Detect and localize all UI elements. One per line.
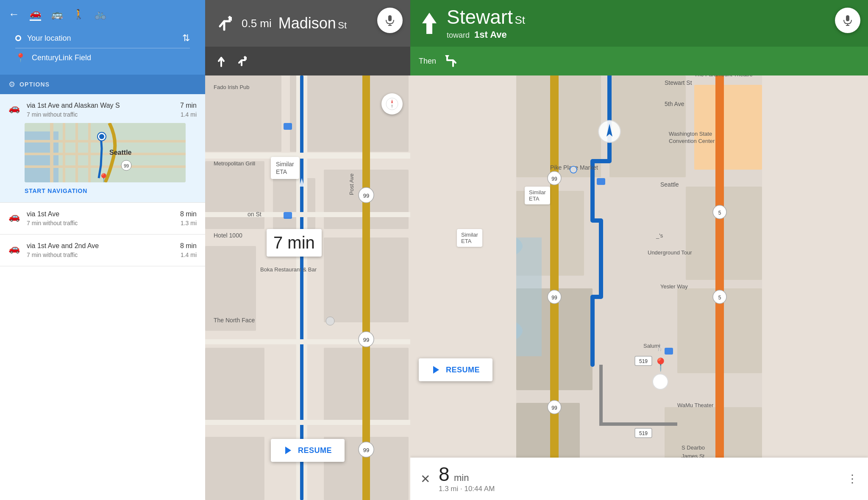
then-label-right: Then	[419, 57, 436, 66]
svg-rect-33	[205, 420, 410, 425]
route-header-3: 🚗 via 1st Ave and 2nd Ave 8 min 7 min wi…	[8, 242, 197, 258]
then-turn-left-icon	[441, 53, 458, 70]
svg-rect-8	[25, 165, 186, 168]
svg-rect-25	[205, 437, 264, 500]
svg-marker-112	[433, 366, 439, 374]
street-name-mid: Madison	[278, 14, 336, 32]
turn-distance: 0.5 mi	[242, 17, 272, 30]
resume-button-right[interactable]: RESUME	[419, 358, 492, 381]
svg-point-71	[653, 374, 668, 389]
svg-text:The North Face: The North Face	[214, 317, 255, 324]
svg-text:Hotel 1000: Hotel 1000	[214, 232, 242, 239]
svg-text:on St: on St	[248, 211, 262, 218]
mic-button-mid[interactable]	[377, 8, 403, 33]
route-traffic-2: 7 min without traffic	[27, 220, 78, 226]
route-name-row-2: via 1st Ave 8 min	[27, 210, 197, 218]
bottom-bar-right: ✕ 8 min 1.3 mi · 10:44 AM ⋮	[410, 458, 868, 500]
resume-nav-icon-right	[431, 365, 441, 374]
svg-rect-56	[388, 15, 392, 21]
street-name-right: Stewart	[447, 6, 513, 28]
nav-header-right: Stewart St toward 1st Ave	[410, 0, 868, 47]
similar-eta-2: SimilarETA	[457, 229, 482, 247]
transit-mode-icon[interactable]: 🚌	[51, 9, 63, 20]
svg-text:Fado Irish Pub: Fado Irish Pub	[214, 84, 250, 90]
to-location-row[interactable]: 📍 CenturyLink Field	[8, 48, 197, 67]
route-distance-1: 1.4 mi	[181, 111, 197, 118]
resume-label-mid: RESUME	[298, 446, 332, 455]
route-details-row-1: 7 min without traffic 1.4 mi	[27, 111, 197, 118]
options-sliders-icon: ⚙	[8, 80, 15, 89]
mic-button-right[interactable]	[835, 8, 860, 33]
mic-icon-mid	[384, 14, 396, 26]
swap-icon[interactable]: ⇅	[182, 33, 190, 44]
eta-minutes: 7 min	[273, 233, 315, 252]
route-item-3[interactable]: 🚗 via 1st Ave and 2nd Ave 8 min 7 min wi…	[0, 235, 205, 266]
then-bar-right: Then	[410, 47, 868, 75]
svg-rect-62	[609, 75, 686, 177]
street-name-right-container: Stewart St toward 1st Ave	[447, 6, 860, 41]
svg-point-11	[99, 134, 104, 139]
resume-nav-icon-mid	[284, 446, 293, 455]
close-navigation-button[interactable]: ✕	[420, 472, 430, 486]
toward-row: toward 1st Ave	[447, 29, 860, 40]
svg-text:Underground Tour: Underground Tour	[648, 249, 692, 256]
svg-text:519: 519	[639, 358, 648, 364]
compass-button[interactable]	[381, 93, 403, 115]
route-time-2: 8 min	[180, 210, 197, 218]
car-mode-icon[interactable]: 🚗	[30, 8, 41, 21]
svg-text:99: 99	[363, 447, 369, 453]
route-name-1: via 1st Ave and Alaskan Way S	[27, 102, 120, 109]
from-location-text: Your location	[27, 34, 71, 43]
back-button[interactable]: ←	[8, 8, 19, 21]
more-options-button[interactable]: ⋮	[847, 472, 858, 486]
similar-eta-text-2: SimilarETA	[461, 232, 478, 244]
svg-text:99: 99	[551, 295, 557, 301]
route-item-2[interactable]: 🚗 via 1st Ave 8 min 7 min without traffi…	[0, 203, 205, 235]
options-label: OPTIONS	[19, 81, 50, 88]
start-navigation-button[interactable]: START NAVIGATION	[25, 187, 87, 194]
svg-text:Seattle: Seattle	[660, 181, 679, 188]
route-distance-3: 1.4 mi	[181, 251, 197, 258]
walk-mode-icon[interactable]: 🚶	[73, 9, 84, 20]
compass-icon	[386, 98, 398, 110]
svg-rect-32	[205, 339, 410, 344]
toward-street: 1st Ave	[474, 29, 507, 40]
svg-text:5: 5	[718, 295, 721, 301]
svg-rect-7	[25, 153, 186, 155]
svg-rect-70	[516, 237, 542, 356]
svg-text:📍: 📍	[653, 357, 669, 372]
route-info-2: via 1st Ave 8 min 7 min without traffic …	[27, 210, 197, 226]
similar-eta-text-mid: SimilarETA	[276, 161, 294, 175]
route-info-1: via 1st Ave and Alaskan Way S 7 min 7 mi…	[27, 102, 197, 118]
svg-text:WaMu Theater: WaMu Theater	[677, 402, 714, 408]
resume-button-mid[interactable]: RESUME	[271, 439, 345, 462]
svg-text:S Dearbo: S Dearbo	[682, 444, 705, 451]
bike-mode-icon[interactable]: 🚲	[95, 9, 106, 20]
svg-rect-104	[665, 348, 673, 355]
straight-arrow-icon	[214, 53, 229, 69]
route-item-1[interactable]: 🚗 via 1st Ave and Alaskan Way S 7 min 7 …	[0, 94, 205, 203]
route-details-row-2: 7 min without traffic 1.3 mi	[27, 220, 197, 226]
eta-bubble-mid: 7 min	[267, 229, 322, 257]
turn-arrow-container	[214, 13, 235, 34]
svg-text:99: 99	[551, 405, 557, 411]
from-location-row[interactable]: Your location ⇅	[8, 28, 197, 48]
svg-text:📍: 📍	[98, 173, 110, 182]
svg-rect-49	[284, 212, 292, 219]
nav-icons-row: ← 🚗 🚌 🚶 🚲	[8, 8, 197, 21]
options-bar[interactable]: ⚙ OPTIONS	[0, 75, 205, 94]
street-type-right: St	[515, 14, 525, 26]
route-car-icon-2: 🚗	[8, 211, 20, 222]
svg-text:Boka Restaurant & Bar: Boka Restaurant & Bar	[260, 266, 317, 273]
route-name-3: via 1st Ave and 2nd Ave	[27, 242, 99, 250]
svg-text:Yesler Way: Yesler Way	[660, 283, 688, 290]
svg-text:_'s: _'s	[656, 232, 663, 239]
svg-text:99: 99	[124, 163, 129, 168]
bottom-time-row: 8 min	[439, 464, 847, 484]
svg-text:Stewart St: Stewart St	[665, 79, 692, 86]
svg-text:5: 5	[718, 210, 721, 216]
svg-rect-19	[273, 178, 315, 229]
street-name-container-mid: Madison St	[278, 14, 391, 32]
similar-eta-tooltip-mid: SimilarETA	[271, 157, 299, 179]
up-arrow-container	[419, 11, 440, 36]
